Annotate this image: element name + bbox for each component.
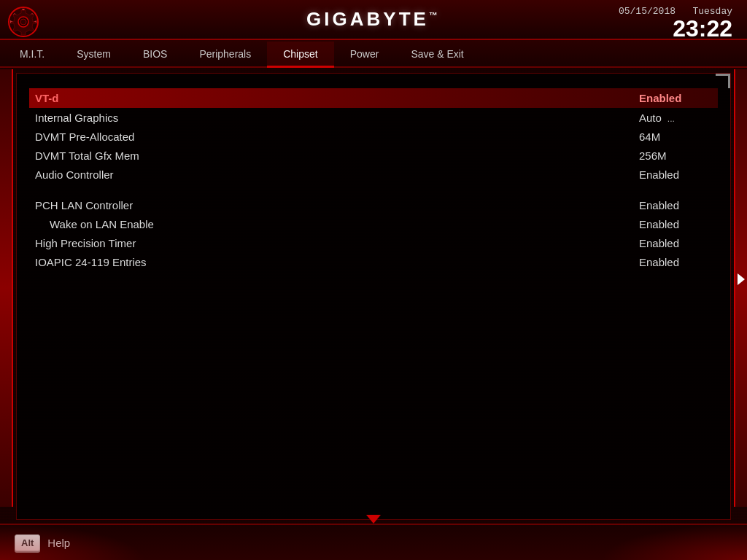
main-content-panel: VT-dEnabledInternal GraphicsAuto...DVMT … — [16, 73, 731, 520]
side-right-decoration — [734, 69, 747, 507]
settings-row-3[interactable]: DVMT Total Gfx Mem256M — [35, 146, 712, 165]
setting-label-7: Wake on LAN Enable — [35, 218, 154, 230]
setting-value-9: Enabled — [639, 256, 712, 268]
settings-row-1[interactable]: Internal GraphicsAuto... — [35, 108, 712, 127]
nav-item-m-i-t-[interactable]: M.I.T. — [4, 42, 61, 68]
setting-label-4: Audio Controller — [35, 168, 114, 181]
setting-value-7: Enabled — [639, 218, 712, 230]
setting-value-2: 64M — [639, 131, 712, 143]
logo-gear — [7, 6, 39, 38]
nav-bar: M.I.T.SystemBIOSPeripheralsChipsetPowerS… — [0, 40, 747, 68]
settings-row-8[interactable]: High Precision TimerEnabled — [35, 233, 712, 252]
nav-item-chipset[interactable]: Chipset — [267, 42, 333, 68]
setting-label-3: DVMT Total Gfx Mem — [35, 149, 139, 162]
settings-spacer-5 — [35, 184, 712, 195]
nav-item-bios[interactable]: BIOS — [127, 42, 183, 68]
setting-label-9: IOAPIC 24-119 Entries — [35, 256, 147, 268]
setting-label-8: High Precision Timer — [35, 237, 136, 249]
nav-item-save---exit[interactable]: Save & Exit — [395, 42, 479, 68]
setting-value-6: Enabled — [639, 199, 712, 211]
date-value: 05/15/2018 — [619, 6, 676, 17]
settings-row-4[interactable]: Audio ControllerEnabled — [35, 165, 712, 184]
settings-row-9[interactable]: IOAPIC 24-119 EntriesEnabled — [35, 252, 712, 271]
bottom-left-glow — [0, 524, 146, 560]
corner-decoration — [716, 74, 730, 88]
nav-item-power[interactable]: Power — [334, 42, 395, 68]
setting-label-6: PCH LAN Controller — [35, 199, 133, 211]
setting-value-4: Enabled — [639, 168, 712, 181]
time-value: 23:22 — [619, 17, 732, 40]
top-bar: GIGABYTE™ 05/15/2018 Tuesday 23:22 — [0, 0, 747, 40]
setting-value-8: Enabled — [639, 237, 712, 249]
bottom-bar: Alt Help — [0, 524, 747, 560]
side-left-decoration — [0, 69, 13, 507]
scroll-right-arrow[interactable] — [738, 273, 745, 285]
nav-item-peripherals[interactable]: Peripherals — [183, 42, 267, 68]
settings-row-6[interactable]: PCH LAN ControllerEnabled — [35, 195, 712, 214]
brand-name: GIGABYTE™ — [306, 8, 441, 31]
scroll-down-arrow — [366, 515, 381, 524]
setting-value-0: Enabled — [639, 92, 712, 104]
settings-row-2[interactable]: DVMT Pre-Allocated64M — [35, 127, 712, 146]
bottom-right-glow — [601, 524, 747, 560]
setting-label-1: Internal Graphics — [35, 112, 118, 124]
setting-value-1: Auto... — [639, 112, 712, 124]
settings-row-7[interactable]: Wake on LAN EnableEnabled — [35, 214, 712, 233]
setting-value-3: 256M — [639, 149, 712, 162]
settings-table: VT-dEnabledInternal GraphicsAuto...DVMT … — [17, 74, 730, 286]
svg-point-2 — [20, 19, 26, 25]
edit-dots-1: ... — [667, 114, 675, 124]
setting-label-0: VT-d — [35, 92, 59, 104]
settings-row-0: VT-dEnabled — [29, 88, 718, 108]
datetime-display: 05/15/2018 Tuesday 23:22 — [619, 6, 732, 40]
setting-label-2: DVMT Pre-Allocated — [35, 131, 134, 143]
nav-item-system[interactable]: System — [61, 42, 127, 68]
